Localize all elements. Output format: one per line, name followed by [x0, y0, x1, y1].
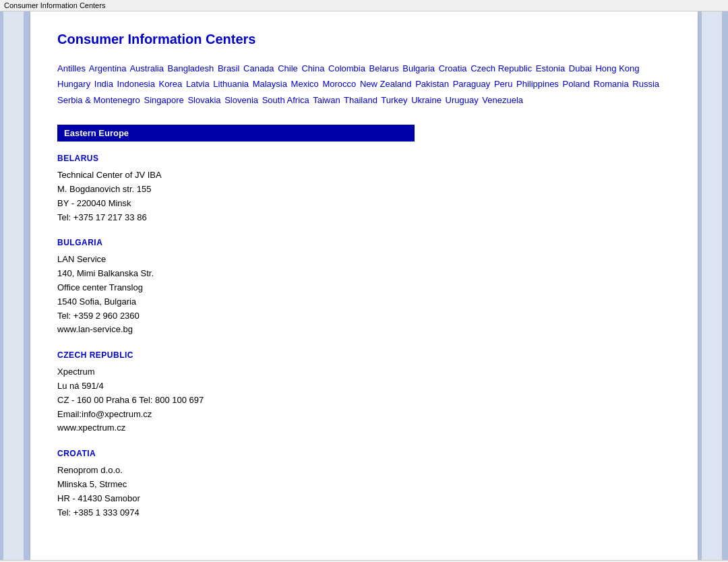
left-panel [0, 11, 30, 560]
section-info-belarus: Technical Center of JV IBAM. Bogdanovich… [57, 168, 671, 224]
section-info-bulgaria: LAN Service140, Mimi Balkanska Str.Offic… [57, 253, 671, 337]
info-line: BY - 220040 Minsk [57, 197, 671, 211]
section-header: Eastern Europe [57, 125, 415, 142]
country-link-chile[interactable]: Chile [278, 63, 298, 73]
country-link-singapore[interactable]: Singapore [144, 95, 183, 105]
country-link-taiwan[interactable]: Taiwan [313, 95, 340, 105]
country-link-korea[interactable]: Korea [159, 79, 183, 89]
country-link-russia[interactable]: Russia [632, 79, 659, 89]
country-link-romania[interactable]: Romania [594, 79, 629, 89]
country-link-turkey[interactable]: Turkey [381, 95, 407, 105]
info-line: CZ - 160 00 Praha 6 Tel: 800 100 697 [57, 394, 671, 408]
country-link-china[interactable]: China [301, 63, 324, 73]
left-panel-inner [3, 11, 24, 560]
section-info-czech-republic: XpectrumLu ná 591/4CZ - 160 00 Praha 6 T… [57, 365, 671, 435]
country-link-latvia[interactable]: Latvia [186, 79, 210, 89]
main-content: Consumer Information Centers Antilles Ar… [30, 11, 698, 560]
country-link-malaysia[interactable]: Malaysia [253, 79, 287, 89]
country-link-morocco[interactable]: Morocco [322, 79, 356, 89]
country-link-peru[interactable]: Peru [494, 79, 512, 89]
country-link-antilles[interactable]: Antilles [57, 63, 86, 73]
country-link-south-africa[interactable]: South Africa [262, 95, 309, 105]
country-link-poland[interactable]: Poland [563, 79, 590, 89]
country-link-slovenia[interactable]: Slovenia [224, 95, 258, 105]
country-link-dubai[interactable]: Dubai [569, 63, 592, 73]
country-link-slovakia[interactable]: Slovakia [187, 95, 220, 105]
info-line: Renoprom d.o.o. [57, 464, 671, 478]
info-line: Tel: +359 2 960 2360 [57, 309, 671, 323]
country-link-pakistan[interactable]: Pakistan [415, 79, 449, 89]
info-line: 1540 Sofia, Bulgaria [57, 295, 671, 309]
section-croatia: CROATIARenoprom d.o.o.Mlinska 5, StrmecH… [57, 449, 671, 520]
info-line: Tel: +385 1 333 0974 [57, 506, 671, 520]
country-link-argentina[interactable]: Argentina [89, 63, 127, 73]
country-link-paraguay[interactable]: Paraguay [453, 79, 491, 89]
info-line: Technical Center of JV IBA [57, 168, 671, 183]
section-belarus: BELARUSTechnical Center of JV IBAM. Bogd… [57, 154, 671, 224]
country-link-new-zealand[interactable]: New Zealand [360, 79, 412, 89]
country-link-canada[interactable]: Canada [243, 63, 274, 73]
country-link-serbia-&-montenegro[interactable]: Serbia & Montenegro [57, 95, 140, 105]
section-heading-bulgaria: BULGARIA [57, 238, 671, 247]
sections-container: BELARUSTechnical Center of JV IBAM. Bogd… [57, 154, 671, 520]
info-line: Email:info@xpectrum.cz [57, 408, 671, 422]
country-link-belarus[interactable]: Belarus [369, 63, 399, 73]
country-link-bangladesh[interactable]: Bangladesh [168, 63, 214, 73]
title-bar: Consumer Information Centers [0, 0, 728, 11]
info-line: 140, Mimi Balkanska Str. [57, 267, 671, 281]
country-link-venezuela[interactable]: Venezuela [482, 95, 523, 105]
country-link-indonesia[interactable]: Indonesia [117, 79, 155, 89]
country-link-thailand[interactable]: Thailand [344, 95, 377, 105]
info-line: LAN Service [57, 253, 671, 267]
info-line: M. Bogdanovich str. 155 [57, 183, 671, 197]
title-bar-text: Consumer Information Centers [4, 1, 105, 9]
country-link-hong-kong[interactable]: Hong Kong [595, 63, 639, 73]
country-link-philippines[interactable]: Philippines [516, 79, 559, 89]
info-line: Office center Translog [57, 281, 671, 295]
right-panel-inner [702, 11, 722, 560]
country-link-croatia[interactable]: Croatia [439, 63, 467, 73]
section-heading-belarus: BELARUS [57, 154, 671, 163]
info-line: HR - 41430 Samobor [57, 492, 671, 506]
country-link-czech-republic[interactable]: Czech Republic [471, 63, 532, 73]
country-link-australia[interactable]: Australia [129, 63, 164, 73]
section-bulgaria: BULGARIALAN Service140, Mimi Balkanska S… [57, 238, 671, 337]
country-link-brasil[interactable]: Brasil [218, 63, 240, 73]
info-line: www.xpectrum.cz [57, 421, 671, 435]
info-line: Lu ná 591/4 [57, 379, 671, 394]
country-link-uruguay[interactable]: Uruguay [446, 95, 479, 105]
info-line: Xpectrum [57, 365, 671, 379]
country-link-lithuania[interactable]: Lithuania [213, 79, 249, 89]
info-line: www.lan-service.bg [57, 323, 671, 337]
info-line: Mlinska 5, Strmec [57, 478, 671, 492]
country-link-bulgaria[interactable]: Bulgaria [402, 63, 435, 73]
country-link-ukraine[interactable]: Ukraine [411, 95, 442, 105]
country-link-hungary[interactable]: Hungary [57, 79, 90, 89]
section-heading-czech-republic: CZECH REPUBLIC [57, 350, 671, 360]
country-link-mexico[interactable]: Mexico [291, 79, 319, 89]
country-link-colombia[interactable]: Colombia [328, 63, 365, 73]
country-links: Antilles Argentina Australia Bangladesh … [57, 61, 671, 108]
section-czech-republic: CZECH REPUBLICXpectrumLu ná 591/4CZ - 16… [57, 350, 671, 435]
section-info-croatia: Renoprom d.o.o.Mlinska 5, StrmecHR - 414… [57, 464, 671, 520]
right-panel [698, 11, 728, 560]
page-title: Consumer Information Centers [57, 32, 671, 47]
section-heading-croatia: CROATIA [57, 449, 671, 458]
country-link-india[interactable]: India [94, 79, 113, 89]
info-line: Tel: +375 17 217 33 86 [57, 211, 671, 225]
country-link-estonia[interactable]: Estonia [536, 63, 565, 73]
